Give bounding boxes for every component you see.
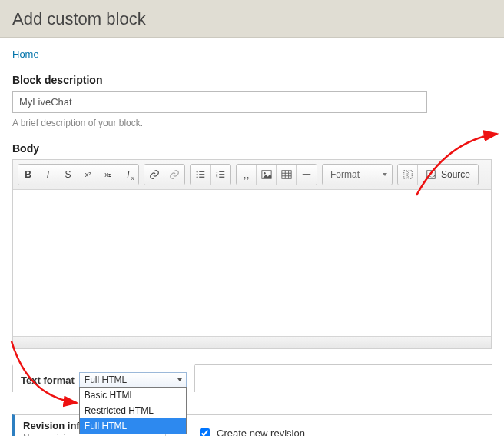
unlink-button[interactable] bbox=[164, 165, 184, 185]
source-icon: <> bbox=[426, 169, 436, 180]
toolbar-group-format: Format bbox=[322, 164, 393, 185]
unlink-icon bbox=[169, 169, 180, 180]
bulletlist-button[interactable] bbox=[191, 165, 211, 185]
quote-icon: ,, bbox=[244, 171, 250, 178]
link-button[interactable] bbox=[144, 165, 164, 185]
superscript-button[interactable]: x² bbox=[78, 165, 98, 185]
svg-text:3: 3 bbox=[216, 175, 218, 179]
bold-button[interactable]: B bbox=[18, 165, 38, 185]
text-format-tab: Text format Full HTML Basic HTML Restric… bbox=[12, 364, 195, 392]
svg-rect-20 bbox=[403, 171, 406, 179]
svg-rect-4 bbox=[199, 174, 204, 175]
table-button[interactable] bbox=[277, 165, 297, 185]
blockquote-button[interactable]: ,, bbox=[237, 165, 257, 185]
svg-rect-11 bbox=[219, 177, 224, 178]
toolbar-group-link bbox=[144, 164, 185, 185]
hr-button[interactable] bbox=[297, 165, 317, 185]
showblocks-button[interactable] bbox=[398, 165, 418, 185]
svg-point-0 bbox=[196, 171, 197, 172]
removeformat-button[interactable]: Ix bbox=[118, 165, 138, 185]
toolbar-group-list: 123 bbox=[190, 164, 231, 185]
toolbar-group-text: B I S x² x₂ Ix bbox=[18, 164, 139, 185]
svg-rect-9 bbox=[219, 171, 224, 172]
svg-point-13 bbox=[264, 172, 266, 175]
text-format-option-basic[interactable]: Basic HTML bbox=[80, 388, 186, 403]
text-format-label: Text format bbox=[21, 374, 75, 386]
toolbar-group-tools: <> Source bbox=[397, 164, 479, 185]
bulletlist-icon bbox=[195, 169, 206, 180]
svg-rect-19 bbox=[303, 174, 311, 175]
link-icon bbox=[149, 169, 160, 180]
hr-icon bbox=[301, 169, 312, 180]
chevron-down-icon bbox=[383, 173, 387, 176]
page-header: Add custom block bbox=[0, 0, 504, 38]
editor-toolbar: B I S x² x₂ Ix bbox=[13, 160, 491, 190]
table-icon bbox=[281, 169, 292, 180]
svg-rect-21 bbox=[408, 171, 411, 179]
text-format-section: Text format Full HTML Basic HTML Restric… bbox=[12, 364, 492, 365]
block-description-help: A brief description of your block. bbox=[12, 118, 492, 128]
image-button[interactable] bbox=[257, 165, 277, 185]
body-label: Body bbox=[12, 142, 492, 155]
create-revision-checkbox[interactable] bbox=[200, 428, 210, 436]
svg-rect-10 bbox=[219, 174, 224, 175]
italic-button[interactable]: I bbox=[38, 165, 58, 185]
source-button-label: Source bbox=[441, 169, 470, 180]
page-title: Add custom block bbox=[12, 9, 492, 29]
toolbar-group-insert: ,, bbox=[236, 164, 317, 185]
format-dropdown[interactable]: Format bbox=[323, 165, 392, 185]
format-dropdown-label: Format bbox=[330, 169, 360, 180]
subscript-button[interactable]: x₂ bbox=[98, 165, 118, 185]
svg-rect-5 bbox=[199, 177, 204, 178]
editor-body[interactable] bbox=[13, 190, 491, 336]
svg-point-2 bbox=[196, 176, 197, 178]
text-format-select[interactable]: Full HTML bbox=[79, 372, 187, 388]
create-revision-label: Create new revision bbox=[217, 428, 305, 436]
breadcrumb-home[interactable]: Home bbox=[12, 48, 39, 60]
numberlist-button[interactable]: 123 bbox=[211, 165, 230, 185]
editor-resize-handle[interactable] bbox=[13, 336, 491, 348]
editor: B I S x² x₂ Ix bbox=[12, 159, 492, 349]
block-description-label: Block description bbox=[12, 74, 492, 86]
source-button[interactable]: <> Source bbox=[418, 165, 478, 185]
text-format-dropdown: Basic HTML Restricted HTML Full HTML bbox=[79, 387, 187, 434]
strike-button[interactable]: S bbox=[58, 165, 78, 185]
svg-rect-3 bbox=[199, 171, 204, 172]
showblocks-icon bbox=[403, 169, 413, 180]
svg-rect-14 bbox=[281, 171, 290, 179]
image-icon bbox=[261, 169, 272, 180]
text-format-option-full[interactable]: Full HTML bbox=[80, 418, 186, 434]
block-description-input[interactable] bbox=[12, 91, 427, 113]
content-area: Home Block description A brief descripti… bbox=[0, 38, 504, 436]
numberlist-icon: 123 bbox=[215, 169, 226, 180]
svg-point-1 bbox=[196, 174, 197, 175]
svg-text:<>: <> bbox=[429, 172, 436, 179]
text-format-option-restricted[interactable]: Restricted HTML bbox=[80, 403, 186, 418]
revision-body: Create new revision bbox=[197, 415, 305, 436]
